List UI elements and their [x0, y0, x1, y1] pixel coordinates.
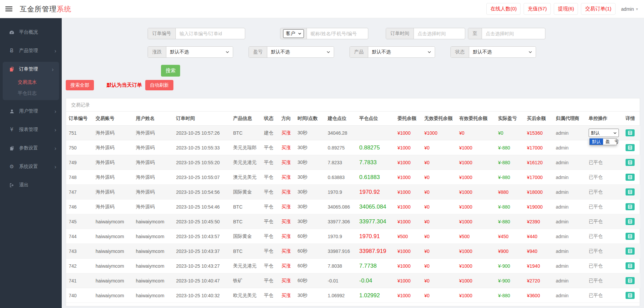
- cell-detail: [623, 244, 640, 259]
- table-row: 742haiwaiymcomhaiwaiymcom2023-10-25 10:4…: [66, 259, 640, 273]
- sidebar-item-用户管理[interactable]: 用户管理›: [0, 104, 62, 119]
- sidebar-item-平台概况[interactable]: 平台概况: [0, 25, 62, 40]
- customer-filter: 客户: [280, 28, 368, 39]
- search-button[interactable]: 搜索: [161, 65, 180, 77]
- hamburger-menu-icon[interactable]: [5, 6, 12, 11]
- cell-close-point: 0.61883: [357, 170, 395, 185]
- detail-button[interactable]: [626, 159, 635, 166]
- user-menu[interactable]: admin ▾: [621, 6, 638, 12]
- cell-pnl: ¥-880: [495, 214, 524, 229]
- detail-button[interactable]: [626, 262, 635, 269]
- cell-product: 欧元兑美元: [230, 288, 261, 303]
- pl-value: 默认不选: [271, 49, 290, 55]
- cell-valid-entrust: ¥1000: [457, 155, 495, 170]
- cell-direction: 买涨: [279, 170, 295, 185]
- cell-valid-entrust: ¥1000: [457, 259, 495, 273]
- cell-entrust: ¥500: [395, 229, 422, 244]
- cell-balance-after: ¥2720: [524, 273, 553, 288]
- control-select[interactable]: 默认: [589, 129, 619, 137]
- column-header: 状态: [261, 112, 279, 126]
- auto-refresh-button[interactable]: 自动刷新: [145, 80, 173, 90]
- status-label: 状态: [451, 47, 469, 57]
- cell-status: 平仓: [261, 200, 279, 214]
- control-dropdown-option[interactable]: 默认: [590, 138, 603, 145]
- cell-account: haiwaiymcom: [93, 288, 133, 303]
- recharge-badge[interactable]: 充值(57): [524, 3, 551, 15]
- detail-button[interactable]: [626, 233, 635, 240]
- cell-status: 建仓: [261, 126, 279, 140]
- control-dropdown-option[interactable]: 盈: [603, 138, 612, 145]
- cell-status: 平仓: [261, 155, 279, 170]
- sidebar-item-退出[interactable]: 退出: [0, 178, 62, 192]
- cell-close-point: [357, 126, 395, 140]
- detail-list-icon: [628, 278, 632, 283]
- cell-agent: admin: [553, 170, 586, 185]
- detail-button[interactable]: [626, 188, 635, 195]
- column-header: 建仓点位: [325, 112, 357, 126]
- cell-status: 平仓: [261, 185, 279, 200]
- cell-username: 海外源码: [133, 140, 173, 155]
- product-select[interactable]: 默认不选: [368, 47, 435, 57]
- cell-entrust: ¥1000: [395, 185, 422, 200]
- cell-control: 已平仓: [586, 185, 623, 200]
- cell-balance-after: ¥16120: [524, 155, 553, 170]
- sidebar-item-参数设置[interactable]: 参数设置›: [0, 141, 62, 156]
- cell-product: 美元兑瑞郎: [230, 140, 261, 155]
- online-count-badge[interactable]: 在线人数(0): [486, 3, 521, 15]
- cell-account: haiwaiymcom: [93, 229, 133, 244]
- column-header: 实际盈亏: [495, 112, 524, 126]
- cell-agent: admin: [553, 214, 586, 229]
- detail-button[interactable]: [626, 174, 635, 181]
- detail-button[interactable]: [626, 203, 635, 210]
- time-from-input[interactable]: [414, 28, 465, 39]
- customer-search-input[interactable]: [307, 28, 368, 39]
- detail-list-icon: [628, 131, 632, 135]
- app-title: 互金所管理系统: [20, 4, 71, 14]
- time-to-input[interactable]: [482, 28, 545, 39]
- cell-pnl: ¥-880: [495, 140, 524, 155]
- control-dropdown-option[interactable]: 亏: [612, 138, 621, 145]
- cell-detail: [623, 229, 640, 244]
- cell-agent: admin: [553, 259, 586, 273]
- cell-order-time: 2023-10-25 10:40:47: [173, 273, 230, 288]
- order-no-input[interactable]: [176, 28, 245, 39]
- detail-button[interactable]: [626, 144, 635, 151]
- cell-order-id: 742: [66, 259, 93, 273]
- trade-orders-badge[interactable]: 交易订单(1): [581, 3, 615, 15]
- search-all-button[interactable]: 搜索全部: [66, 80, 94, 90]
- detail-button[interactable]: [626, 277, 635, 284]
- sidebar-item-系统设置[interactable]: ⚙系统设置›: [0, 159, 62, 174]
- pl-select[interactable]: 默认不选: [267, 47, 334, 57]
- table-row: 748海外源码海外源码2023-10-25 10:55:07澳元兑美元平仓买涨3…: [66, 170, 640, 185]
- cell-username: 海外源码: [133, 126, 173, 140]
- yen-icon: ¥: [9, 127, 15, 132]
- control-select-wrap: 默认默认盈亏: [589, 129, 619, 137]
- detail-button[interactable]: [626, 218, 635, 225]
- chevron-down-icon: [298, 33, 301, 35]
- sidebar-item-label: 参数设置: [19, 145, 38, 151]
- cell-valid-entrust: ¥1000: [457, 288, 495, 303]
- cell-direction: 买涨: [279, 288, 295, 303]
- sidebar-subitem-平仓日志[interactable]: 平仓日志: [3, 88, 59, 99]
- sidebar-item-报表管理[interactable]: ¥报表管理›: [0, 122, 62, 137]
- column-header: 有效委托余额: [457, 112, 495, 126]
- status-value: 默认不选: [473, 49, 492, 55]
- chevron-down-icon: [529, 51, 532, 53]
- sidebar-item-产品管理[interactable]: Ƀ产品管理›: [0, 43, 62, 58]
- status-select[interactable]: 默认不选: [469, 47, 536, 57]
- cell-duration: 60秒: [295, 244, 325, 259]
- detail-button[interactable]: [626, 248, 635, 255]
- customer-type-select[interactable]: 客户: [283, 29, 304, 38]
- sidebar-item-订单管理[interactable]: 订单管理›: [3, 62, 59, 77]
- control-select-value: 默认: [591, 130, 600, 136]
- detail-button[interactable]: [626, 292, 635, 299]
- column-header: 时间/点数: [295, 112, 325, 126]
- cell-order-id: 743: [66, 244, 93, 259]
- cell-control: 已平仓: [586, 155, 623, 170]
- withdraw-badge[interactable]: 提现(6): [554, 3, 578, 15]
- detail-button[interactable]: [626, 129, 635, 136]
- cell-agent: admin: [553, 126, 586, 140]
- updown-select[interactable]: 默认不选: [166, 47, 233, 57]
- sidebar-active-group: 订单管理›交易流水平仓日志: [3, 62, 59, 100]
- sidebar-subitem-交易流水[interactable]: 交易流水: [3, 77, 59, 88]
